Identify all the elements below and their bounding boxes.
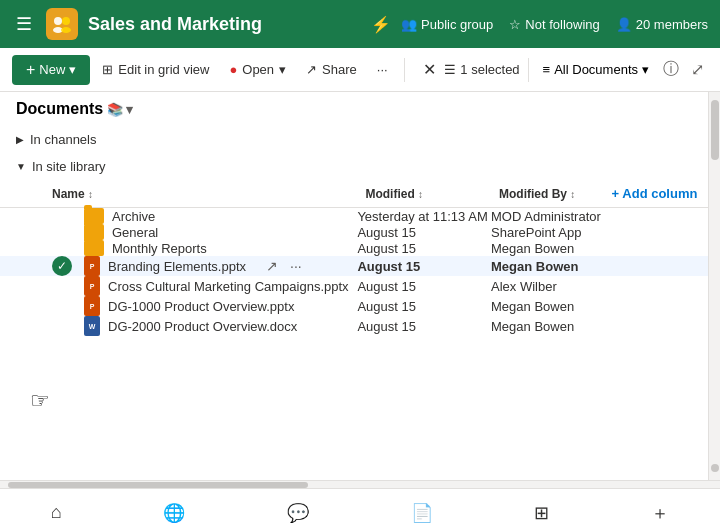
all-documents-button[interactable]: ≡ All Documents ▾ (537, 58, 655, 81)
svg-point-1 (62, 17, 70, 25)
check-circle: ✓ (52, 256, 72, 276)
horizontal-scrollbar[interactable] (0, 480, 720, 488)
toolbar-right: ✕ ☰ 1 selected ≡ All Documents ▾ ⓘ ⤢ (419, 55, 708, 84)
chevron-down-icon: ▼ (16, 161, 26, 172)
site-title: Sales and Marketing (88, 14, 361, 35)
vertical-scrollbar[interactable] (708, 92, 720, 480)
row-actions: ↗ ··· (262, 256, 306, 276)
table-row[interactable]: General August 15 SharePoint App (0, 224, 708, 240)
content-area: Documents 📚 ▾ ▶ In channels ▼ In site li… (0, 92, 708, 480)
table-row[interactable]: Monthly Reports August 15 Megan Bowen (0, 240, 708, 256)
chevron-down-icon: ▾ (279, 62, 286, 77)
chevron-down-icon: ▾ (642, 62, 649, 77)
table-row[interactable]: P Cross Cultural Marketing Campaigns.ppt… (0, 276, 708, 296)
name-cell: General (0, 224, 357, 240)
chevron-down-icon: ▾ (126, 102, 133, 117)
grid-icon: ⊞ (102, 62, 113, 77)
pptx-icon: P (84, 256, 100, 276)
add-column-header[interactable]: + Add column (604, 180, 708, 208)
table-row[interactable]: ✓ P Branding Elements.pptx ↗ ··· August … (0, 256, 708, 276)
apps-icon: ⊞ (534, 502, 549, 524)
chevron-down-icon: ▾ (69, 62, 76, 77)
file-table: Name ↕ Modified ↕ Modified By ↕ + Add co… (0, 180, 708, 336)
nav-home[interactable]: ⌂ (39, 498, 74, 527)
modified-by-cell: Megan Bowen (491, 296, 604, 316)
members-button[interactable]: 👤 20 members (616, 17, 708, 32)
modified-by-cell: MOD Administrator (491, 208, 604, 225)
name-cell: P DG-1000 Product Overview.pptx (0, 296, 357, 316)
pptx-icon: P (84, 296, 100, 316)
in-site-library-label: In site library (32, 159, 106, 174)
pptx-icon: P (84, 276, 100, 296)
nav-apps[interactable]: ⊞ (522, 498, 561, 528)
share-button[interactable]: ↗ Share (298, 56, 365, 83)
modified-by-cell: Alex Wilber (491, 276, 604, 296)
file-name-link[interactable]: General (112, 225, 158, 240)
hamburger-button[interactable]: ☰ (12, 9, 36, 39)
not-following-button[interactable]: ☆ Not following (509, 17, 599, 32)
chat-icon: 💬 (287, 502, 309, 524)
modified-cell: August 15 (357, 296, 491, 316)
files-icon: 📄 (411, 502, 433, 524)
sort-icon: ↕ (88, 189, 93, 200)
table-row[interactable]: Archive Yesterday at 11:13 AM MOD Admini… (0, 208, 708, 225)
toolbar-divider (404, 58, 405, 82)
file-name-link[interactable]: Cross Cultural Marketing Campaigns.pptx (108, 279, 349, 294)
extra-cell (604, 296, 708, 316)
edit-grid-button[interactable]: ⊞ Edit in grid view (94, 56, 217, 83)
row-more-btn[interactable]: ··· (286, 256, 306, 276)
new-button[interactable]: + New ▾ (12, 55, 90, 85)
nav-add[interactable]: ＋ (639, 497, 681, 529)
sort-icon: ↕ (570, 189, 575, 200)
name-cell: Monthly Reports (0, 240, 357, 256)
file-name-link[interactable]: Monthly Reports (112, 241, 207, 256)
table-row[interactable]: P DG-1000 Product Overview.pptx August 1… (0, 296, 708, 316)
file-name-link[interactable]: DG-1000 Product Overview.pptx (108, 299, 294, 314)
extra-cell (604, 256, 708, 276)
modified-cell: August 15 (357, 256, 491, 276)
public-group[interactable]: 👥 Public group (401, 17, 493, 32)
modified-by-cell: SharePoint App (491, 224, 604, 240)
filter-icon: ≡ (543, 62, 551, 77)
toolbar: + New ▾ ⊞ Edit in grid view ● Open ▾ ↗ S… (0, 48, 720, 92)
breadcrumb: Documents 📚 ▾ (0, 92, 708, 126)
person-icon: 👤 (616, 17, 632, 32)
view-switcher[interactable]: 📚 ▾ (107, 102, 133, 117)
selected-lines-icon: ☰ (444, 62, 456, 77)
nav-files[interactable]: 📄 (399, 498, 445, 528)
top-header: ☰ Sales and Marketing ⚡ 👥 Public group ☆… (0, 0, 720, 48)
clear-selection-button[interactable]: ✕ (419, 58, 440, 81)
extra-cell (604, 316, 708, 336)
modified-column-header[interactable]: Modified ↕ (357, 180, 491, 208)
h-scrollbar-thumb (8, 482, 308, 488)
name-column-header[interactable]: Name ↕ (0, 180, 357, 208)
more-button[interactable]: ··· (369, 56, 396, 83)
scrollbar-thumb (711, 100, 719, 160)
documents-title: Documents (16, 100, 103, 118)
new-label: New (39, 62, 65, 77)
nav-web[interactable]: 🌐 (151, 498, 197, 528)
open-icon: ● (229, 62, 237, 77)
svg-point-3 (61, 27, 71, 33)
info-button[interactable]: ⓘ (659, 55, 683, 84)
file-name-link[interactable]: Archive (112, 209, 155, 224)
modified-by-column-header[interactable]: Modified By ↕ (491, 180, 604, 208)
in-channels-label: In channels (30, 132, 97, 147)
people-icon: 👥 (401, 17, 417, 32)
library-icon: 📚 (107, 102, 123, 117)
in-site-library-section[interactable]: ▼ In site library (0, 153, 708, 180)
open-button[interactable]: ● Open ▾ (221, 56, 294, 83)
bottom-nav: ⌂ 🌐 💬 📄 ⊞ ＋ (0, 488, 720, 528)
file-name-link[interactable]: Branding Elements.pptx (108, 259, 246, 274)
nav-chat[interactable]: 💬 (275, 498, 321, 528)
chevron-right-icon: ▶ (16, 134, 24, 145)
file-name-link[interactable]: DG-2000 Product Overview.docx (108, 319, 297, 334)
in-channels-section[interactable]: ▶ In channels (0, 126, 708, 153)
settings-icon[interactable]: ⚡ (371, 15, 391, 34)
extra-cell (604, 208, 708, 225)
row-share-btn[interactable]: ↗ (262, 256, 282, 276)
expand-button[interactable]: ⤢ (687, 56, 708, 83)
table-row[interactable]: W DG-2000 Product Overview.docx August 1… (0, 316, 708, 336)
app-icon (46, 8, 78, 40)
scroll-down-btn[interactable] (711, 464, 719, 472)
